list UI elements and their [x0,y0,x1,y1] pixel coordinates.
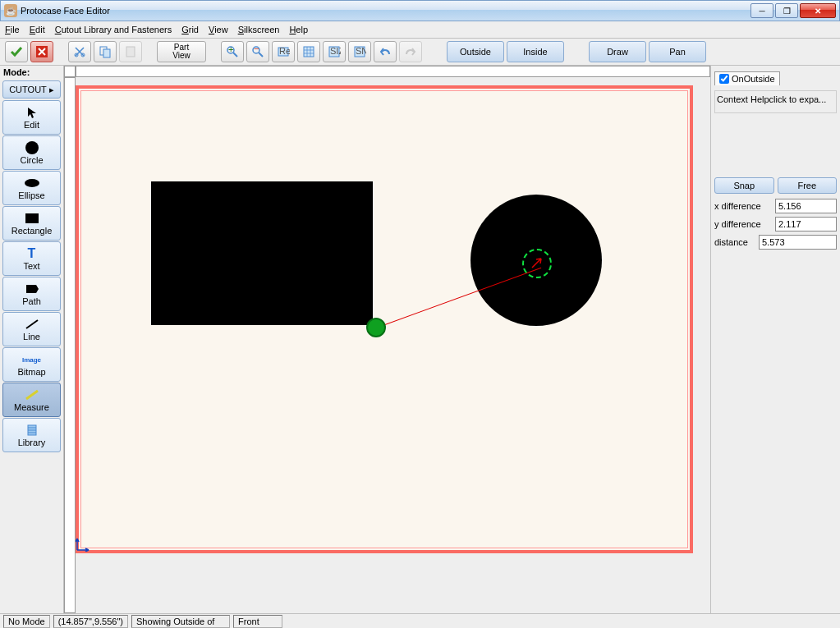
rectangle-icon [25,211,39,226]
origin-icon [76,535,92,553]
grid-button[interactable] [297,41,320,62]
palette-header: Mode: [0,66,63,79]
svg-rect-21 [25,213,39,223]
outside-button[interactable]: Outside [447,41,504,62]
status-mode: No Mode [3,615,50,628]
draw-button[interactable]: Draw [589,41,646,62]
svg-point-20 [25,179,39,187]
tool-measure[interactable]: Measure [2,383,61,417]
menu-cutout[interactable]: Cutout Library and Fasteners [55,25,172,34]
maximize-button[interactable]: ❐ [775,3,798,18]
tool-bitmap[interactable]: ImageBitmap [2,347,61,382]
tool-text[interactable]: TText [2,241,61,276]
svg-rect-4 [103,49,110,57]
zoom-out-button[interactable]: − [246,41,269,62]
svg-text:−: − [254,45,259,53]
tool-path[interactable]: Path [2,277,61,311]
cursor-icon [25,105,39,120]
status-showing: Showing Outside of [131,615,230,628]
svg-rect-14 [304,47,314,57]
window-title: Protocase Face Editor [21,6,750,16]
measure-start-handle[interactable] [366,318,386,337]
context-help[interactable]: Context Helpclick to expa... [714,90,837,113]
copy-button[interactable] [94,41,117,62]
menu-grid[interactable]: Grid [181,25,199,34]
svg-text:Reset: Reset [279,46,290,56]
svg-line-7 [233,53,237,57]
bitmap-icon: Image [22,352,41,367]
ruler-horizontal [76,66,710,77]
ruler-vertical [64,77,76,613]
right-panel: OnOutside Context Helpclick to expa... S… [710,66,840,613]
snap-button[interactable]: Snap [714,177,774,194]
menu-view[interactable]: View [209,25,228,34]
close-button[interactable]: ✕ [800,3,836,18]
menu-edit[interactable]: Edit [30,25,45,34]
ydiff-input[interactable] [775,217,837,231]
redo-button [399,41,422,62]
ruler-corner [64,66,76,77]
tool-rectangle[interactable]: Rectangle [2,206,61,241]
svg-rect-5 [126,47,135,57]
tool-library[interactable]: Library [2,418,61,452]
menu-file[interactable]: File [5,25,20,34]
xdiff-label: x difference [714,201,773,211]
circle-icon [25,140,39,155]
library-icon [25,423,39,438]
cut-button[interactable] [68,41,91,62]
menu-bar: File Edit Cutout Library and Fasteners G… [0,21,840,39]
ellipse-icon [24,176,40,190]
face-outline [76,85,693,553]
free-button[interactable]: Free [778,177,838,194]
text-icon: T [28,246,36,261]
inside-button[interactable]: Inside [507,41,564,62]
distance-input[interactable] [759,235,837,250]
tool-line[interactable]: Line [2,312,61,346]
path-icon [25,282,39,296]
status-coords: (14.857",9.556") [53,615,128,628]
measure-end-arrow[interactable] [531,257,543,270]
svg-text:SNAP: SNAP [356,46,366,56]
svg-line-10 [259,53,263,57]
menu-silkscreen[interactable]: Silkscreen [238,25,280,34]
ydiff-label: y difference [714,219,773,229]
size-button[interactable]: SIZE [323,41,346,62]
pan-button[interactable]: Pan [649,41,706,62]
svg-text:+: + [228,45,233,54]
tool-palette: Mode: CUTOUT▸ Edit Circle Ellipse Rectan… [0,66,64,613]
cancel-button[interactable] [30,41,53,62]
toolbar: Part View + − Reset SIZE SNAP Outside In… [0,39,840,66]
zoom-reset-button[interactable]: Reset [272,41,295,62]
measure-icon [25,387,39,402]
undo-button[interactable] [374,41,397,62]
canvas-area [64,66,710,613]
tool-ellipse[interactable]: Ellipse [2,171,61,205]
chevron-right-icon: ▸ [49,85,54,95]
status-bar: No Mode (14.857",9.556") Showing Outside… [0,613,840,628]
part-view-button[interactable]: Part View [157,41,206,62]
title-bar: ☕ Protocase Face Editor ─ ❐ ✕ [0,0,840,21]
status-face: Front [233,615,282,628]
minimize-button[interactable]: ─ [750,3,773,18]
cutout-rectangle[interactable] [151,181,373,325]
canvas[interactable] [76,77,710,613]
svg-text:SIZE: SIZE [330,46,341,56]
distance-label: distance [714,237,757,247]
app-icon: ☕ [4,4,17,17]
tool-circle[interactable]: Circle [2,135,61,170]
svg-line-23 [26,391,38,399]
svg-point-19 [25,141,39,154]
menu-help[interactable]: Help [289,25,308,34]
onoutside-checkbox[interactable] [719,74,729,84]
zoom-in-button[interactable]: + [221,41,244,62]
svg-line-22 [26,320,38,328]
paste-button [119,41,142,62]
snap-button[interactable]: SNAP [348,41,371,62]
tab-onoutside[interactable]: OnOutside [714,71,780,85]
xdiff-input[interactable] [775,199,837,213]
mode-cutout[interactable]: CUTOUT▸ [2,80,61,99]
ok-button[interactable] [5,41,28,62]
line-icon [25,317,39,332]
tool-edit[interactable]: Edit [2,100,61,135]
